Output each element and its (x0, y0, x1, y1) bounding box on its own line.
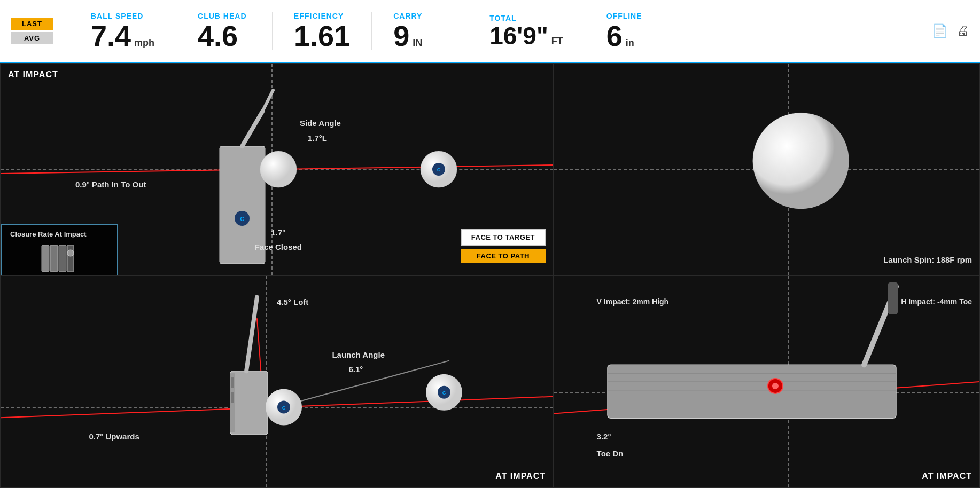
panel-top-right: Launch Spin: 188F rpm (554, 63, 980, 276)
svg-line-3 (262, 90, 273, 112)
bottom-left-viz: C C 4.5° Loft (1, 276, 553, 487)
svg-text:C: C (437, 167, 441, 172)
ball-speed-value: 7.4 mph (91, 21, 154, 50)
loft-annotation: 4.5° Loft (277, 297, 308, 306)
svg-rect-34 (608, 365, 896, 418)
pdf-icon[interactable]: 📄 (932, 23, 948, 38)
svg-rect-25 (231, 377, 234, 388)
print-icon[interactable]: 🖨 (956, 23, 969, 38)
svg-rect-12 (42, 245, 49, 272)
panel-bottom-left: C C 4.5° Loft (0, 276, 554, 488)
ball-speed-number: 7.4 (91, 21, 131, 50)
club-head-number: 4.6 (198, 21, 238, 50)
offline-label: OFFLINE (606, 12, 659, 20)
svg-line-21 (278, 360, 449, 407)
efficiency-label: EFFICIENCY (294, 12, 350, 20)
efficiency-number: 1.61 (294, 21, 350, 50)
face-closed-angle: 1.7° (271, 228, 285, 237)
total-value: 16'9" FT (489, 23, 563, 48)
toe-angle: 3.2° (597, 432, 611, 441)
offline-value: 6 in (606, 21, 659, 50)
offline-unit: in (626, 37, 634, 49)
total-unit: FT (551, 36, 563, 47)
svg-line-23 (246, 297, 257, 372)
svg-text:C: C (240, 216, 244, 222)
svg-rect-26 (231, 392, 234, 403)
bottom-right-viz: V Impact: 2mm High H Impact: -4mm Toe (554, 276, 979, 487)
club-head-stat: CLUB HEAD 4.6 (176, 12, 273, 50)
panel-top-left: AT IMPACT C (0, 63, 554, 276)
svg-text:C: C (442, 390, 446, 396)
face-to-target-button[interactable]: FACE TO TARGET (461, 229, 546, 246)
face-to-path-button[interactable]: FACE TO PATH (461, 249, 546, 263)
closure-icon-group (10, 242, 108, 274)
club-head-value: 4.6 (198, 21, 251, 50)
face-closed-label: Face Closed (255, 242, 302, 251)
main-grid: AT IMPACT C (0, 63, 980, 488)
efficiency-stat: EFFICIENCY 1.61 (273, 12, 372, 50)
upwards-annotation: 0.7° Upwards (89, 432, 139, 441)
top-right-svg (554, 64, 979, 275)
svg-line-2 (242, 112, 262, 146)
launch-angle-value: 6.1° (348, 365, 363, 374)
bottom-right-label: AT IMPACT (922, 471, 972, 481)
carry-label: CARRY (393, 12, 446, 20)
side-angle-label: Side Angle (300, 119, 341, 128)
face-btn-group: FACE TO TARGET FACE TO PATH (461, 229, 546, 263)
svg-rect-22 (230, 371, 268, 435)
bottom-left-label: AT IMPACT (495, 471, 546, 481)
svg-point-17 (753, 113, 849, 209)
ball-speed-unit: mph (134, 37, 154, 49)
svg-text:C: C (282, 405, 286, 411)
ball-speed-stat: BALL SPEED 7.4 mph (69, 12, 176, 50)
ball-speed-label: BALL SPEED (91, 12, 154, 20)
club-head-label: CLUB HEAD (198, 12, 251, 20)
svg-point-41 (772, 383, 779, 389)
last-button[interactable]: LAST (11, 18, 53, 30)
last-avg-group: LAST AVG (11, 18, 53, 44)
side-angle-value: 1.7°L (308, 133, 327, 143)
total-stat: TOTAL 16'9" FT (468, 14, 585, 48)
avg-button[interactable]: AVG (11, 32, 53, 44)
launch-angle-label: Launch Angle (332, 350, 385, 359)
carry-number: 9 (393, 21, 409, 50)
carry-stat: CARRY 9 IN (372, 12, 468, 50)
svg-point-16 (67, 250, 74, 256)
total-number: 16'9" (489, 23, 548, 48)
offline-number: 6 (606, 21, 623, 50)
toe-label: Toe Dn (597, 449, 624, 458)
top-icons: 📄 🖨 (932, 23, 969, 38)
top-right-viz: Launch Spin: 188F rpm (554, 64, 979, 275)
carry-unit: IN (413, 37, 422, 49)
closure-title: Closure Rate At Impact (10, 230, 108, 238)
svg-point-6 (260, 151, 297, 187)
carry-value: 9 IN (393, 21, 446, 50)
top-left-viz: AT IMPACT C (1, 64, 553, 275)
bottom-left-svg: C C (1, 276, 553, 487)
svg-rect-15 (67, 245, 74, 272)
closure-putter-icon (41, 242, 78, 274)
efficiency-value: 1.61 (294, 21, 350, 50)
total-label: TOTAL (489, 14, 563, 22)
svg-rect-13 (50, 245, 58, 272)
path-annotation: 0.9° Path In To Out (75, 180, 146, 189)
svg-rect-39 (888, 282, 898, 314)
closure-rate-box: Closure Rate At Impact 48 dps (1, 224, 118, 276)
offline-stat: OFFLINE 6 in (585, 12, 681, 50)
top-left-label: AT IMPACT (8, 70, 58, 80)
top-bar: LAST AVG BALL SPEED 7.4 mph CLUB HEAD 4.… (0, 0, 980, 63)
panel-bottom-right: V Impact: 2mm High H Impact: -4mm Toe (554, 276, 980, 488)
svg-rect-14 (59, 245, 66, 272)
launch-spin: Launch Spin: 188F rpm (883, 255, 972, 264)
